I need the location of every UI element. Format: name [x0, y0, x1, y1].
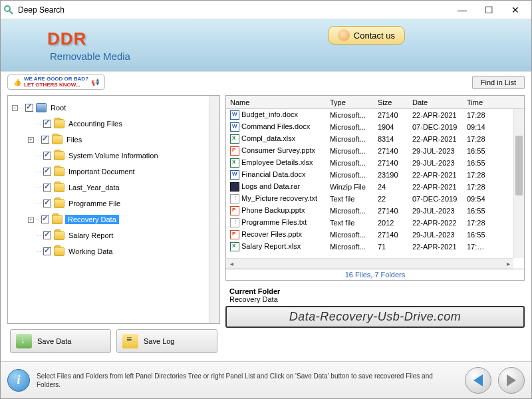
checkbox[interactable]	[43, 184, 51, 192]
tree-item[interactable]: ⋯Working Data	[9, 243, 218, 259]
titlebar: Deep Search — ☐ ✕	[1, 1, 531, 19]
back-button[interactable]	[465, 367, 491, 394]
list-vscrollbar[interactable]	[513, 109, 524, 258]
drive-icon	[36, 103, 47, 112]
folder-icon	[54, 199, 65, 208]
contact-label: Contact us	[354, 31, 395, 41]
folder-icon	[54, 231, 65, 240]
checkbox[interactable]	[43, 120, 51, 128]
col-size[interactable]: Size	[374, 97, 408, 108]
save-log-button[interactable]: Save Log	[116, 329, 217, 353]
file-list[interactable]: Name Type Size Date Time Budget_info.doc…	[225, 95, 525, 269]
list-item[interactable]: My_Picture recovery.txtText file2207-DEC…	[226, 193, 524, 205]
feedback-button[interactable]: 👍 WE ARE GOOD OR BAD? LET OTHERS KNOW...…	[7, 74, 105, 90]
file-icon	[230, 242, 239, 251]
banner: DDR Removable Media Contact us	[1, 19, 531, 71]
folder-icon	[54, 167, 65, 176]
list-item[interactable]: Programme Files.txtText file201222-APR-2…	[226, 217, 524, 229]
forward-button[interactable]	[498, 367, 525, 394]
list-item[interactable]: Employee Details.xlsxMicrosoft...2714029…	[226, 157, 524, 169]
col-type[interactable]: Type	[326, 97, 374, 108]
list-item[interactable]: Command Files.docxMicrosoft...190407-DEC…	[226, 121, 524, 133]
window-title: Deep Search	[18, 5, 449, 15]
footer: i Select Files and Folders from left Pan…	[1, 361, 531, 398]
tree-item[interactable]: ⋯Salary Report	[9, 227, 218, 243]
app-icon	[3, 5, 14, 15]
file-icon	[230, 182, 239, 192]
file-icon	[230, 158, 239, 168]
file-icon	[230, 170, 239, 180]
save-data-button[interactable]: Save Data	[10, 329, 111, 353]
megaphone-icon: 📢	[91, 78, 99, 86]
col-name[interactable]: Name	[226, 97, 326, 108]
checkbox[interactable]	[43, 168, 51, 176]
folder-icon	[52, 135, 63, 144]
product-name: Removable Media	[50, 51, 130, 62]
file-icon	[230, 230, 239, 239]
svg-line-1	[9, 11, 13, 14]
status-bar: 16 Files, 7 Folders	[225, 269, 525, 281]
website-banner: Data-Recovery-Usb-Drive.com	[225, 306, 525, 328]
footer-message: Select Files and Folders from left Panel…	[37, 372, 458, 389]
folder-icon	[54, 119, 65, 128]
folder-icon	[54, 247, 65, 256]
file-icon	[230, 194, 239, 203]
list-item[interactable]: Consumer Survey.pptxMicrosoft...2714029-…	[226, 145, 524, 157]
folder-icon	[54, 183, 65, 192]
thumbs-up-icon: 👍	[13, 78, 21, 86]
contact-us-button[interactable]: Contact us	[328, 26, 405, 45]
brand-logo: DDR	[47, 29, 130, 49]
avatar-icon	[338, 29, 350, 41]
folder-icon	[54, 151, 65, 160]
checkbox[interactable]	[43, 200, 51, 207]
maximize-button[interactable]: ☐	[475, 1, 502, 19]
tree-item[interactable]: +⋯Recovery Data	[9, 211, 218, 227]
list-item[interactable]: Compl_data.xlsxMicrosoft...831422-APR-20…	[226, 133, 524, 145]
list-item[interactable]: Logs and Data.rarWinzip File2422-APR-202…	[226, 181, 524, 193]
file-icon	[230, 134, 239, 144]
file-icon	[230, 206, 239, 215]
list-item[interactable]: Phone Backup.pptxMicrosoft...2714029-JUL…	[226, 205, 524, 217]
tree-scrollbar[interactable]	[209, 96, 219, 323]
list-item[interactable]: Salary Report.xlsxMicrosoft...7122-APR-2…	[226, 241, 524, 253]
tree-root[interactable]: −⋯ Root	[9, 100, 218, 116]
current-folder-box: Current Folder Recovery Data	[225, 286, 525, 305]
checkbox[interactable]	[43, 152, 51, 160]
tree-item[interactable]: ⋯Programme File	[9, 196, 218, 211]
file-icon	[230, 146, 239, 156]
list-item[interactable]: Financial Data.docxMicrosoft...2319022-A…	[226, 169, 524, 181]
toolbar: 👍 WE ARE GOOD OR BAD? LET OTHERS KNOW...…	[1, 71, 531, 92]
file-icon	[230, 122, 239, 132]
save-icon	[16, 334, 32, 348]
find-in-list-button[interactable]: Find in List	[472, 76, 525, 89]
col-time[interactable]: Time	[463, 97, 491, 108]
tree-item[interactable]: +⋯Files	[9, 132, 218, 148]
log-icon	[122, 334, 138, 348]
close-button[interactable]: ✕	[502, 1, 529, 19]
tree-item[interactable]: ⋯Important Document	[9, 164, 218, 180]
minimize-button[interactable]: —	[449, 1, 475, 19]
checkbox[interactable]	[41, 215, 49, 223]
checkbox[interactable]	[43, 247, 51, 255]
checkbox[interactable]	[43, 231, 51, 239]
folder-icon	[52, 215, 63, 224]
list-item[interactable]: Budget_info.docxMicrosoft...2714022-APR-…	[226, 109, 524, 121]
list-item[interactable]: Recover Files.pptxMicrosoft...2714029-JU…	[226, 229, 524, 241]
tree-item[interactable]: ⋯Accounting Files	[9, 116, 218, 132]
tree-item[interactable]: ⋯Last_Year_data	[9, 180, 218, 196]
list-hscrollbar[interactable]: ◂▸	[226, 258, 513, 269]
info-icon: i	[7, 369, 30, 392]
svg-point-0	[5, 6, 10, 11]
checkbox[interactable]	[25, 104, 33, 112]
tree-item[interactable]: ⋯System Volume Information	[9, 148, 218, 164]
directory-tree[interactable]: −⋯ Root ⋯Accounting Files+⋯Files⋯System …	[7, 95, 220, 324]
column-headers[interactable]: Name Type Size Date Time	[226, 96, 524, 109]
checkbox[interactable]	[41, 136, 49, 144]
file-icon	[230, 110, 239, 120]
file-icon	[230, 218, 239, 227]
col-date[interactable]: Date	[408, 97, 463, 108]
